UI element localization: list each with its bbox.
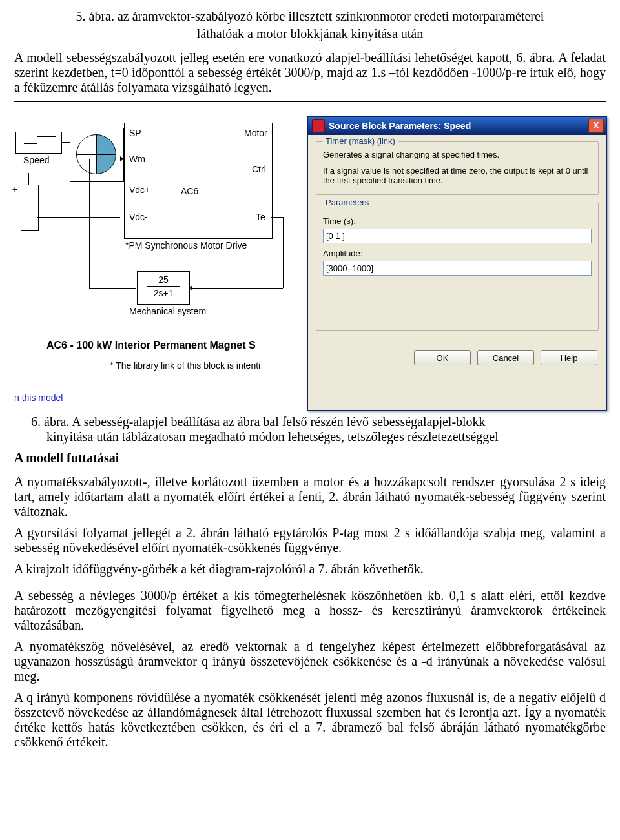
mask-legend: Timer (mask) (link) <box>323 136 398 146</box>
speed-source-block <box>16 132 62 154</box>
port-motor: Motor <box>244 128 267 138</box>
wire <box>89 288 136 289</box>
fig5-caption-line2: láthatóak a motor blokkjának kinyitása u… <box>14 26 606 41</box>
simulink-model: Speed SP Wm Vdc+ Vdc- Motor Ctrl Te AC6 … <box>14 108 308 405</box>
paragraph-8: A q irányú komponens rövidülése a nyomat… <box>14 690 606 750</box>
source-block-parameters-dialog: Source Block Parameters: Speed X Timer (… <box>307 116 607 411</box>
mech-system-label: Mechanical system <box>129 306 206 316</box>
port-te: Te <box>256 212 265 222</box>
wire <box>283 217 284 288</box>
close-button[interactable]: X <box>588 119 604 133</box>
parameters-group: Parameters Time (s): Amplitude: <box>316 203 599 331</box>
dc-source <box>21 185 39 231</box>
wire <box>28 173 29 185</box>
wire <box>271 217 283 218</box>
time-input[interactable] <box>323 229 592 243</box>
figure-area: Speed SP Wm Vdc+ Vdc- Motor Ctrl Te AC6 … <box>14 108 606 413</box>
model-title: AC6 - 100 kW Interior Permanent Magnet S <box>46 340 256 351</box>
pm-note: *PM Synchronous Motor Drive <box>125 240 247 251</box>
amplitude-input[interactable] <box>323 261 592 276</box>
speed-label: Speed <box>23 155 49 165</box>
library-note: * The library link of this block is inte… <box>110 360 260 371</box>
tf-numerator: 25 <box>138 272 189 285</box>
time-label: Time (s): <box>323 216 592 226</box>
paragraph-7: A nyomatékszög növelésével, az eredő vek… <box>14 639 606 684</box>
wire <box>37 189 120 189</box>
port-wm: Wm <box>129 154 145 164</box>
wire <box>89 159 120 159</box>
motor-icon <box>76 134 116 174</box>
mask-description-group: Timer (mask) (link) Generates a signal c… <box>316 141 599 195</box>
paragraph-4: A gyorsítási folyamat jellegét a 2. ábrá… <box>14 526 606 555</box>
wire <box>89 159 90 288</box>
ac6-label: AC6 <box>181 186 198 196</box>
paragraph-6: A sebesség a névleges 3000/p értéket a k… <box>14 588 606 633</box>
mask-desc-2: If a signal value is not specified at ti… <box>323 166 592 185</box>
parameters-legend: Parameters <box>323 198 371 207</box>
wire <box>192 288 283 289</box>
cancel-button[interactable]: Cancel <box>477 350 534 365</box>
fig6-caption-line1: 6. ábra. A sebesség-alapjel beállítása a… <box>31 415 606 429</box>
model-link[interactable]: n this model <box>14 393 63 403</box>
section-heading: A modell futtatásai <box>14 451 606 466</box>
port-sp: SP <box>129 128 141 138</box>
fig6-caption-line2: kinyitása után táblázatosan megadható mó… <box>46 429 606 444</box>
intro-paragraph: A modell sebességszabályozott jelleg ese… <box>14 50 606 95</box>
port-ctrl: Ctrl <box>252 164 266 174</box>
tf-denominator: 2s+1 <box>138 288 189 298</box>
dialog-title: Source Block Parameters: Speed <box>329 121 588 131</box>
simulink-icon <box>312 119 325 132</box>
transfer-function-block: 25 2s+1 <box>137 271 190 305</box>
mask-desc-1: Generates a signal changing at specified… <box>323 150 592 159</box>
port-vdcp: Vdc+ <box>129 185 150 195</box>
amplitude-label: Amplitude: <box>323 249 592 258</box>
paragraph-5: A kirajzolt időfüggvény-görbék a két dia… <box>14 562 606 577</box>
ok-button[interactable]: OK <box>414 350 471 365</box>
fig5-caption-line1: 5. ábra. az áramvektor-szabályozó körbe … <box>14 9 606 24</box>
wire <box>37 217 120 218</box>
divider <box>14 101 606 102</box>
port-vdcm: Vdc- <box>129 212 148 222</box>
paragraph-3: A nyomatékszabályozott-, illetve korláto… <box>14 475 606 519</box>
dialog-titlebar[interactable]: Source Block Parameters: Speed X <box>308 117 606 135</box>
help-button[interactable]: Help <box>541 350 597 365</box>
